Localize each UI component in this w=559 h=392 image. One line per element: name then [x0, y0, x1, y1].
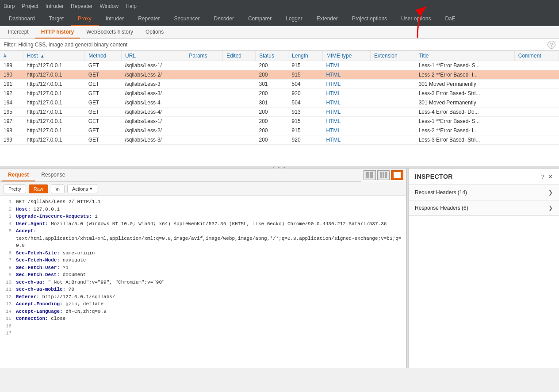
- tab-target[interactable]: Target: [42, 12, 71, 26]
- tab-http-history[interactable]: HTTP history: [35, 26, 80, 38]
- table-row[interactable]: 198http://127.0.0.1GET/sqllabs/Less-2/20…: [0, 126, 559, 135]
- actions-label: Actions: [72, 186, 88, 192]
- pretty-button[interactable]: Pretty: [4, 184, 26, 193]
- tab-comparer[interactable]: Comparer: [241, 12, 279, 26]
- line-number: 17: [4, 330, 11, 337]
- code-line: 7Sec-Fetch-Mode: navigate: [4, 257, 402, 264]
- line-number: 13: [4, 300, 11, 308]
- code-line: 5Accept:: [4, 227, 402, 235]
- line-number: 10: [4, 279, 11, 286]
- menu-help[interactable]: Help: [126, 3, 137, 9]
- filter-bar: Filter: Hiding CSS, image and general bi…: [0, 39, 559, 51]
- table-row[interactable]: 189http://127.0.0.1GET/sqllabs/Less-1/20…: [0, 61, 559, 70]
- line-content: Upgrade-Insecure-Requests: 1: [16, 213, 98, 220]
- view-btn-full[interactable]: [391, 170, 403, 180]
- code-line: 15Connection: close: [4, 315, 402, 323]
- tab-logger[interactable]: Logger: [279, 12, 309, 26]
- code-line: 6Sec-Fetch-Site: same-origin: [4, 250, 402, 257]
- code-line: 9Sec-Fetch-Dest: document: [4, 271, 402, 279]
- line-content: Connection: close: [16, 315, 65, 323]
- col-header-host[interactable]: Host ▲: [23, 51, 84, 61]
- code-line: text/html,application/xhtml+xml,applicat…: [4, 235, 402, 250]
- filter-help-button[interactable]: ?: [548, 41, 555, 49]
- col-header-params[interactable]: Params: [185, 51, 223, 61]
- inspector-help-button[interactable]: ?: [541, 173, 544, 180]
- tab-request[interactable]: Request: [2, 169, 35, 181]
- table-row[interactable]: 199http://127.0.0.1GET/sqllabs/Less-3/20…: [0, 135, 559, 145]
- tab-user-options[interactable]: User options: [394, 12, 438, 26]
- col-header-comment[interactable]: Comment: [514, 51, 559, 61]
- tab-websockets-history[interactable]: WebSockets history: [80, 26, 139, 38]
- hex-button[interactable]: \n: [51, 184, 65, 193]
- menu-intruder[interactable]: Intruder: [46, 3, 64, 9]
- line-content: GET /sqllabs/Less-2/ HTTP/1.1: [16, 198, 100, 206]
- menu-project[interactable]: Project: [22, 3, 38, 9]
- inspector-close-button[interactable]: ✕: [548, 173, 553, 180]
- inspector-request-headers-toggle[interactable]: Request Headers (14) ❯: [409, 185, 559, 200]
- table-row[interactable]: 195http://127.0.0.1GET/sqllabs/Less-4/20…: [0, 108, 559, 117]
- request-code-area[interactable]: 1GET /sqllabs/Less-2/ HTTP/1.12Host: 127…: [0, 196, 406, 368]
- inspector-header: INSPECTOR ? ✕: [409, 169, 559, 185]
- table-header-row: # Host ▲ Method URL Params Edited Status…: [0, 51, 559, 61]
- table-row[interactable]: 190http://127.0.0.1GET/sqllabs/Less-2/20…: [0, 70, 559, 80]
- tab-dae[interactable]: DaE: [438, 12, 462, 26]
- view-btn-split3[interactable]: [377, 170, 390, 180]
- line-content: Accept:: [16, 227, 36, 235]
- filter-text[interactable]: Filter: Hiding CSS, image and general bi…: [4, 42, 127, 48]
- col-header-extension[interactable]: Extension: [370, 51, 415, 61]
- tab-intercept[interactable]: Intercept: [2, 26, 35, 38]
- table-row[interactable]: 191http://127.0.0.1GET/sqllabs/Less-3301…: [0, 80, 559, 89]
- tab-project-options[interactable]: Project options: [345, 12, 394, 26]
- line-content: Accept-Encoding: gzip, deflate: [16, 300, 103, 308]
- tab-decoder[interactable]: Decoder: [207, 12, 241, 26]
- table-row[interactable]: 192http://127.0.0.1GET/sqllabs/Less-3/20…: [0, 89, 559, 98]
- second-tab-bar: Intercept HTTP history WebSockets histor…: [0, 26, 559, 39]
- line-number: 8: [4, 264, 11, 272]
- tab-intruder[interactable]: Intruder: [99, 12, 131, 26]
- col-header-status[interactable]: Status: [256, 51, 288, 61]
- inspector-response-headers-toggle[interactable]: Response Headers (6) ❯: [409, 200, 559, 215]
- code-line: 12Referer: http://127.0.0.1/sqllabs/: [4, 293, 402, 301]
- request-response-panel: Request Response Pretty Raw \n: [0, 169, 406, 368]
- inspector-request-headers-section: Request Headers (14) ❯: [409, 185, 559, 200]
- line-number: [4, 235, 11, 250]
- sort-arrow-host: ▲: [40, 54, 45, 58]
- col-header-title[interactable]: Title: [415, 51, 515, 61]
- inspector-request-headers-title: Request Headers (14): [415, 189, 467, 196]
- actions-button[interactable]: Actions ▾: [67, 184, 97, 193]
- col-header-mime[interactable]: MIME type: [323, 51, 371, 61]
- menu-window[interactable]: Window: [100, 3, 119, 9]
- line-content: sec-ch-ua-mobile: ?0: [16, 286, 74, 293]
- tab-proxy[interactable]: Proxy: [71, 12, 99, 26]
- svg-rect-5: [385, 172, 387, 178]
- col-header-length[interactable]: Length: [288, 51, 323, 61]
- inspector-response-headers-title: Response Headers (6): [415, 205, 468, 211]
- col-header-edited[interactable]: Edited: [222, 51, 255, 61]
- line-content: Referer: http://127.0.0.1/sqllabs/: [16, 293, 115, 301]
- raw-button[interactable]: Raw: [29, 184, 48, 193]
- svg-rect-1: [366, 172, 369, 178]
- line-number: 4: [4, 220, 11, 228]
- code-line: 3Upgrade-Insecure-Requests: 1: [4, 213, 402, 220]
- line-content: User-Agent: Mozilla/5.0 (Windows NT 10.0…: [16, 220, 387, 228]
- tab-sequencer[interactable]: Sequencer: [167, 12, 207, 26]
- code-line: 13Accept-Encoding: gzip, deflate: [4, 300, 402, 308]
- col-header-num[interactable]: #: [0, 51, 23, 61]
- line-content: Host: 127.0.0.1: [16, 206, 60, 213]
- line-content: Accept-Language: zh-CN,zh;q=0.9: [16, 308, 107, 315]
- menu-repeater[interactable]: Repeater: [71, 3, 92, 9]
- code-line: 16: [4, 323, 402, 330]
- tab-repeater[interactable]: Repeater: [131, 12, 167, 26]
- col-header-method[interactable]: Method: [85, 51, 122, 61]
- view-btn-split2[interactable]: [364, 170, 376, 180]
- tab-extender[interactable]: Extender: [310, 12, 345, 26]
- tab-dashboard[interactable]: Dashboard: [2, 12, 42, 26]
- col-header-url[interactable]: URL: [122, 51, 185, 61]
- bottom-panel: Request Response Pretty Raw \n: [0, 169, 559, 368]
- table-row[interactable]: 194http://127.0.0.1GET/sqllabs/Less-4301…: [0, 98, 559, 108]
- tab-options[interactable]: Options: [139, 26, 170, 38]
- table-row[interactable]: 197http://127.0.0.1GET/sqllabs/Less-1/20…: [0, 117, 559, 126]
- tab-response[interactable]: Response: [35, 169, 71, 181]
- menu-burp[interactable]: Burp: [4, 3, 15, 9]
- svg-rect-2: [370, 172, 373, 178]
